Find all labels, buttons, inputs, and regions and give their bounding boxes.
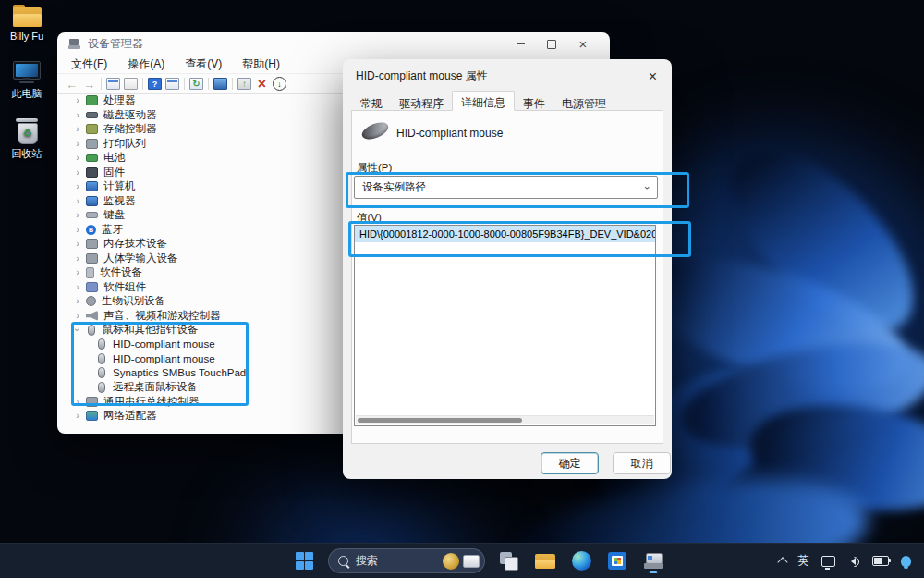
ime-indicator[interactable]: 英: [798, 553, 810, 569]
bluetooth-icon: [86, 225, 96, 235]
chevron-right-icon[interactable]: [72, 267, 83, 277]
chevron-right-icon[interactable]: [72, 253, 83, 264]
task-view-button[interactable]: [497, 547, 521, 575]
chevron-right-icon[interactable]: [72, 110, 83, 120]
cancel-button[interactable]: 取消: [613, 452, 671, 474]
chevron-right-icon[interactable]: [72, 95, 83, 105]
desktop-icon-billy-fu[interactable]: Billy Fu: [0, 6, 56, 42]
help-icon[interactable]: ?: [147, 77, 163, 92]
notification-bell-icon[interactable]: [901, 556, 911, 567]
menu-view[interactable]: 查看(V): [175, 55, 232, 73]
tree-item-label: 计算机: [103, 179, 136, 193]
volume-icon[interactable]: [847, 556, 860, 567]
desktop-icon-label: 此电脑: [12, 87, 43, 101]
tab-power-management[interactable]: 电源管理: [553, 93, 614, 111]
device-manager-app-icon: [68, 39, 80, 50]
tree-item-label: 蓝牙: [102, 223, 123, 237]
dialog-titlebar[interactable]: HID-compliant mouse 属性: [343, 59, 672, 88]
chevron-right-icon[interactable]: [72, 411, 83, 421]
mouse-icon: [98, 338, 105, 350]
uninstall-device-icon[interactable]: [254, 77, 270, 92]
battery-icon: [86, 154, 98, 162]
recycle-bin-icon: ♻: [16, 118, 38, 143]
chevron-right-icon[interactable]: [72, 239, 83, 249]
tab-driver[interactable]: 驱动程序: [391, 93, 452, 111]
folder-icon: [13, 6, 42, 27]
chevron-down-icon[interactable]: [72, 325, 83, 335]
ok-button[interactable]: 确定: [541, 452, 599, 474]
task-view-icon: [500, 552, 518, 571]
file-explorer-icon: [535, 553, 555, 569]
taskbar-search[interactable]: 搜索: [328, 548, 485, 573]
desktop-icon-recycle-bin[interactable]: ♻ 回收站: [0, 118, 56, 161]
dialog-close-button[interactable]: [647, 69, 659, 84]
microsoft-store-button[interactable]: [605, 547, 629, 575]
maximize-button[interactable]: [536, 35, 567, 54]
properties-icon[interactable]: [123, 77, 139, 92]
tab-events[interactable]: 事件: [515, 93, 553, 111]
tree-item-label: 存储控制器: [103, 122, 157, 136]
mouse-icon: [98, 367, 105, 378]
edge-button[interactable]: [569, 547, 593, 575]
desktop: Billy Fu 此电脑 ♻ 回收站 设备管理器 文件(F) 操作(A) 查看(…: [0, 0, 924, 578]
network-icon[interactable]: [821, 556, 835, 567]
tree-item-label: 监视器: [103, 194, 136, 208]
value-listbox[interactable]: HID\{00001812-0000-1000-8000-00805F9B34F…: [354, 225, 656, 426]
tray-chevron-up-icon[interactable]: [777, 557, 787, 567]
chevron-right-icon[interactable]: [72, 397, 83, 407]
tree-item-label: 打印队列: [103, 137, 146, 151]
file-explorer-button[interactable]: [533, 547, 557, 575]
toolbar-separator: [142, 78, 143, 90]
this-pc-icon: [13, 61, 41, 83]
chevron-right-icon[interactable]: [72, 124, 83, 134]
keyboard-icon: [86, 212, 98, 218]
chevron-right-icon[interactable]: [72, 225, 83, 235]
computer-icon[interactable]: [213, 77, 228, 92]
device-name: HID-compliant mouse: [396, 127, 503, 140]
maximize-icon: [547, 40, 556, 49]
tab-general[interactable]: 常规: [352, 93, 391, 111]
chevron-right-icon[interactable]: [72, 153, 83, 163]
chevron-right-icon[interactable]: [72, 210, 83, 220]
tree-item-label: 处理器: [103, 93, 136, 107]
search-placeholder: 搜索: [356, 553, 378, 569]
show-window-icon[interactable]: [164, 77, 180, 92]
properties-dialog: HID-compliant mouse 属性 常规 驱动程序 详细信息 事件 电…: [343, 59, 672, 479]
property-dropdown[interactable]: 设备实例路径: [354, 176, 658, 199]
chevron-down-icon: [642, 186, 653, 190]
usb-icon: [86, 397, 98, 407]
tree-item-label: 人体学输入设备: [103, 252, 178, 265]
chevron-right-icon[interactable]: [72, 181, 83, 191]
tree-item-label: 网络适配器: [103, 409, 157, 423]
minimize-button[interactable]: [505, 35, 536, 54]
chevron-right-icon[interactable]: [72, 139, 83, 149]
device-manager-titlebar[interactable]: 设备管理器: [57, 32, 610, 55]
horizontal-scrollbar[interactable]: [356, 415, 654, 424]
chevron-right-icon[interactable]: [72, 296, 83, 306]
start-button[interactable]: [292, 547, 316, 575]
show-hide-console-tree-icon[interactable]: [105, 77, 121, 92]
scrollbar-thumb[interactable]: [358, 418, 522, 423]
battery-icon[interactable]: [872, 556, 889, 566]
tab-details[interactable]: 详细信息: [452, 91, 515, 111]
disable-device-icon[interactable]: ↓: [272, 77, 287, 92]
device-manager-taskbar-button[interactable]: [641, 547, 665, 575]
update-driver-icon[interactable]: ↑: [237, 77, 252, 92]
menu-file[interactable]: 文件(F): [61, 55, 117, 73]
chevron-right-icon[interactable]: [72, 282, 83, 292]
value-row-selected[interactable]: HID\{00001812-0000-1000-8000-00805F9B34F…: [355, 226, 655, 242]
chevron-right-icon[interactable]: [72, 167, 83, 178]
menu-action[interactable]: 操作(A): [117, 55, 175, 73]
desktop-icon-this-pc[interactable]: 此电脑: [0, 61, 56, 101]
tree-item-label: 电池: [103, 151, 125, 165]
chevron-right-icon[interactable]: [72, 196, 83, 206]
close-button[interactable]: [567, 35, 599, 54]
scan-hardware-changes-icon[interactable]: ↻: [188, 77, 204, 92]
tree-item-label: 软件组件: [103, 280, 146, 294]
mouse-icon: [98, 382, 105, 393]
back-icon[interactable]: [64, 77, 79, 92]
menu-help[interactable]: 帮助(H): [232, 55, 290, 73]
forward-icon[interactable]: [81, 77, 97, 92]
chevron-right-icon[interactable]: [72, 311, 83, 321]
search-highlight-device-icon: [463, 555, 480, 568]
